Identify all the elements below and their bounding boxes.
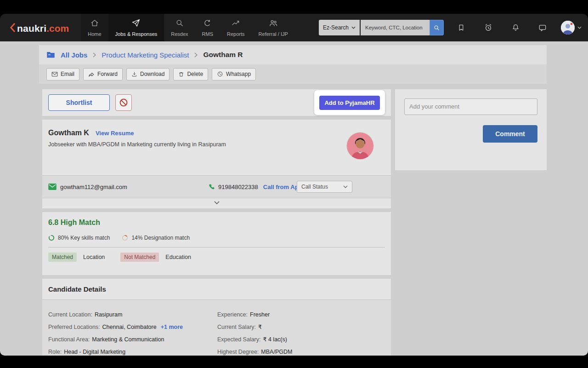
- divider: [48, 247, 385, 247]
- breadcrumb: All Jobs Product Marketing Specialist Go…: [39, 45, 547, 64]
- add-to-pyjamahr-button[interactable]: Add to PyjamaHR: [319, 96, 380, 110]
- alarm-icon[interactable]: [483, 22, 494, 33]
- ez-search-dropdown[interactable]: Ez-Search: [319, 20, 360, 35]
- bookmark-icon[interactable]: [456, 22, 467, 33]
- envelope-icon: [51, 71, 58, 77]
- candidate-photo: [347, 132, 373, 159]
- detail-role: Role:Head - Digital Marketing: [48, 345, 183, 356]
- nav-item-home[interactable]: Home: [81, 14, 108, 41]
- contact-strip: gowtham112@gmail.com 919848022338 Call f…: [42, 175, 391, 198]
- comment-button[interactable]: Comment: [483, 125, 537, 143]
- candidate-summary: Jobseeker with MBA/PGDM in Marketing cur…: [42, 137, 391, 148]
- view-resume-link[interactable]: View Resume: [96, 130, 134, 137]
- email-row: gowtham112@gmail.com: [48, 176, 127, 198]
- naukri-logo[interactable]: naukri .com: [9, 22, 69, 34]
- global-search: [361, 20, 444, 35]
- logo-text: naukri: [17, 23, 46, 34]
- delete-button[interactable]: Delete: [173, 68, 208, 80]
- matched-item: Location: [83, 254, 105, 260]
- rms-icon: [203, 18, 212, 29]
- breadcrumb-all-jobs[interactable]: All Jobs: [61, 51, 87, 59]
- breadcrumb-candidate-name: Gowtham R: [203, 51, 243, 59]
- call-status-select[interactable]: Call Status: [297, 181, 352, 193]
- reject-button[interactable]: [115, 94, 132, 111]
- breadcrumb-job-title[interactable]: Product Marketing Specialist: [102, 51, 189, 59]
- page-body: All Jobs Product Marketing Specialist Go…: [0, 41, 588, 356]
- bell-icon[interactable]: [510, 22, 521, 33]
- candidate-name: Gowtham K: [48, 129, 89, 137]
- search-button[interactable]: [430, 20, 444, 35]
- phone-icon: [208, 184, 215, 190]
- whatsapp-icon: [217, 71, 223, 77]
- detail-experience: Experience:Fresher: [217, 308, 292, 321]
- mail-icon: [48, 184, 57, 190]
- shortlist-button[interactable]: Shortlist: [48, 94, 110, 111]
- chevron-down-icon: [577, 26, 582, 29]
- candidate-email[interactable]: gowtham112@gmail.com: [60, 184, 127, 190]
- chevron-right-icon: [194, 52, 198, 58]
- nav-item-reports[interactable]: Reports: [220, 14, 252, 41]
- phone-row: 919848022338 Call from App: [208, 176, 302, 198]
- matched-badge: Matched: [48, 253, 77, 262]
- top-navbar: naukri .com Home Jobs & Responses Resdex: [0, 14, 588, 41]
- naukri-logo-icon: [9, 23, 16, 34]
- reports-icon: [231, 18, 240, 29]
- detail-current-location: Current Location:Rasipuram: [48, 308, 183, 321]
- tour-spotlight: Add to PyjamaHR: [314, 90, 385, 115]
- nav-item-referral-ijp[interactable]: Referral / IJP: [252, 14, 295, 41]
- match-score-title: 6.8 High Match: [48, 218, 385, 227]
- email-button[interactable]: Email: [46, 68, 79, 80]
- detail-expected-salary: Expected Salary:₹ 4 lac(s): [217, 333, 292, 345]
- skills-progress-ring-icon: [48, 235, 55, 241]
- whatsapp-button[interactable]: Whatsapp: [212, 68, 256, 80]
- not-matched-badge: Not Matched: [120, 253, 159, 262]
- home-icon: [90, 18, 99, 29]
- people-icon: [269, 18, 278, 29]
- forward-button[interactable]: Forward: [83, 68, 123, 80]
- key-skills-match: 80% Key skills match: [48, 235, 110, 241]
- detail-functional-area: Functional Area:Marketing & Communicatio…: [48, 333, 183, 345]
- chevron-down-icon: [343, 185, 348, 188]
- avatar: [561, 21, 575, 34]
- chevron-down-icon: [351, 26, 356, 29]
- download-button[interactable]: Download: [126, 68, 170, 80]
- nav-item-rms[interactable]: RMS: [195, 14, 220, 41]
- chevron-right-icon: [93, 52, 96, 58]
- call-from-app-link[interactable]: Call from App: [263, 184, 302, 190]
- search-input[interactable]: [361, 20, 430, 35]
- trash-icon: [178, 71, 184, 77]
- candidate-details-card: Candidate Details Current Location:Rasip…: [42, 279, 391, 356]
- send-icon: [131, 18, 141, 29]
- candidate-actions-card: Shortlist Add to PyjamaHR: [42, 89, 391, 116]
- block-icon: [119, 98, 128, 107]
- candidate-card: Gowtham K View Resume Jobseeker with MBA…: [42, 120, 391, 208]
- detail-current-salary: Current Salary:₹: [217, 321, 292, 333]
- candidate-details-body: Current Location:Rasipuram Preferred Loc…: [42, 300, 391, 356]
- detail-highest-degree: Highest Degree:MBA/PGDM: [217, 345, 292, 356]
- forward-arrow-icon: [88, 71, 95, 77]
- match-score-card: 6.8 High Match 80% Key skills match 14% …: [42, 212, 391, 275]
- nav-item-jobs-responses[interactable]: Jobs & Responses: [108, 14, 164, 41]
- candidate-details-title: Candidate Details: [42, 279, 391, 300]
- nav-item-resdex[interactable]: Resdex: [164, 14, 195, 41]
- more-locations-link[interactable]: +1 more: [161, 324, 183, 330]
- designation-progress-ring-icon: [122, 235, 128, 241]
- navbar-right-cluster: Ez-Search: [319, 20, 582, 35]
- profile-menu[interactable]: [561, 21, 582, 34]
- expand-details-chevron[interactable]: [214, 198, 220, 206]
- app-window: naukri .com Home Jobs & Responses Resdex: [0, 0, 588, 368]
- search-icon: [433, 24, 440, 31]
- candidate-phone[interactable]: 919848022338: [218, 184, 258, 190]
- download-icon: [131, 71, 137, 77]
- logo-tld: .com: [46, 23, 69, 34]
- candidate-action-toolbar: Email Forward Download Delete Whatsapp: [39, 64, 547, 84]
- comment-card: Comment: [395, 89, 547, 170]
- designation-match: 14% Designation match: [122, 235, 190, 241]
- comment-input[interactable]: [404, 98, 537, 115]
- not-matched-item: Education: [165, 254, 191, 260]
- chat-icon[interactable]: [537, 22, 548, 33]
- detail-preferred-locations: Preferred Locations:Chennai, Coimbatore …: [48, 321, 183, 333]
- folder-icon: [46, 51, 55, 58]
- search-nav-icon: [175, 18, 184, 29]
